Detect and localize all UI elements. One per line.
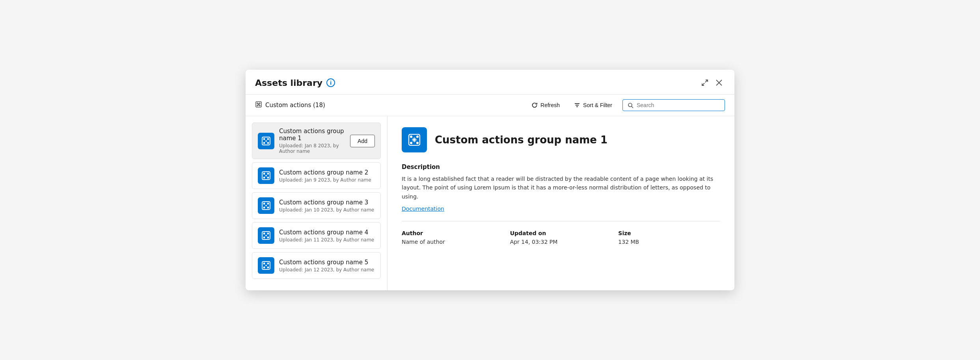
list-item-icon xyxy=(258,197,274,214)
list-item-meta: Uploaded: Jan 12 2023, by Author name xyxy=(279,267,375,273)
svg-point-8 xyxy=(259,105,260,106)
svg-point-20 xyxy=(264,173,265,174)
detail-title: Custom actions group name 1 xyxy=(435,134,607,146)
left-panel: Custom actions group name 1 Uploaded: Ja… xyxy=(246,116,388,290)
svg-line-13 xyxy=(632,106,633,108)
list-item[interactable]: Custom actions group name 4 Uploaded: Ja… xyxy=(252,222,381,249)
list-item-info: Custom actions group name 2 Uploaded: Ja… xyxy=(279,169,375,183)
svg-point-35 xyxy=(264,263,265,264)
author-column: Author Name of author xyxy=(402,230,504,245)
detail-icon xyxy=(402,127,427,152)
list-item-meta: Uploaded: Jan 8 2023, by Author name xyxy=(279,143,350,154)
list-item-info: Custom actions group name 1 Uploaded: Ja… xyxy=(279,128,350,154)
detail-meta-grid: Author Name of author Updated on Apr 14,… xyxy=(402,230,720,245)
svg-point-42 xyxy=(417,136,418,137)
svg-point-21 xyxy=(268,173,269,174)
svg-point-12 xyxy=(628,103,632,107)
dialog-controls xyxy=(699,77,725,89)
toolbar-right: Refresh Sort & Filter xyxy=(527,99,725,111)
list-item-icon xyxy=(258,167,274,184)
svg-point-25 xyxy=(264,203,265,204)
svg-point-26 xyxy=(268,203,269,204)
svg-point-37 xyxy=(264,267,265,268)
dialog-header: Assets library i xyxy=(246,70,734,95)
author-label: Author xyxy=(402,230,504,236)
right-panel: Custom actions group name 1 Description … xyxy=(388,116,734,290)
svg-point-27 xyxy=(264,207,265,208)
documentation-link[interactable]: Documentation xyxy=(402,206,444,212)
list-item-name: Custom actions group name 4 xyxy=(279,229,375,236)
list-item-icon xyxy=(258,257,274,274)
sort-filter-button[interactable]: Sort & Filter xyxy=(570,100,616,111)
size-label: Size xyxy=(618,230,720,236)
svg-point-33 xyxy=(268,237,269,238)
svg-point-41 xyxy=(410,136,412,137)
list-item[interactable]: Custom actions group name 5 Uploaded: Ja… xyxy=(252,252,381,279)
updated-on-value: Apr 14, 03:32 PM xyxy=(510,239,612,245)
svg-point-6 xyxy=(259,103,260,104)
svg-point-30 xyxy=(264,233,265,234)
list-item-name: Custom actions group name 1 xyxy=(279,128,350,142)
svg-point-15 xyxy=(264,138,265,139)
list-item-name: Custom actions group name 5 xyxy=(279,259,375,266)
svg-point-16 xyxy=(268,138,269,139)
list-item[interactable]: Custom actions group name 2 Uploaded: Ja… xyxy=(252,162,381,189)
refresh-label: Refresh xyxy=(540,102,560,108)
list-item-meta: Uploaded: Jan 9 2023, by Author name xyxy=(279,177,375,183)
dialog-title-area: Assets library i xyxy=(255,78,335,88)
info-icon[interactable]: i xyxy=(326,78,335,87)
svg-point-7 xyxy=(257,105,258,106)
list-item-name: Custom actions group name 3 xyxy=(279,199,375,206)
main-content: Custom actions group name 1 Uploaded: Ja… xyxy=(246,116,734,290)
search-icon xyxy=(628,102,633,108)
svg-point-23 xyxy=(268,177,269,178)
svg-point-17 xyxy=(264,142,265,143)
svg-point-28 xyxy=(268,207,269,208)
detail-description-label: Description xyxy=(402,163,720,171)
list-item[interactable]: Custom actions group name 1 Uploaded: Ja… xyxy=(252,122,381,159)
add-button[interactable]: Add xyxy=(350,135,375,147)
detail-header: Custom actions group name 1 xyxy=(402,127,720,152)
svg-point-36 xyxy=(268,263,269,264)
list-item-meta: Uploaded: Jan 11 2023, by Author name xyxy=(279,237,375,243)
svg-point-18 xyxy=(268,142,269,143)
expand-button[interactable] xyxy=(699,77,711,89)
list-item-info: Custom actions group name 3 Uploaded: Ja… xyxy=(279,199,375,213)
toolbar-left: Custom actions (18) xyxy=(255,101,325,109)
detail-description-text: It is a long established fact that a rea… xyxy=(402,174,720,201)
list-item-info: Custom actions group name 5 Uploaded: Ja… xyxy=(279,259,375,273)
list-item-meta: Uploaded: Jan 10 2023, by Author name xyxy=(279,207,375,213)
dialog-title: Assets library xyxy=(255,78,322,88)
search-box[interactable] xyxy=(622,99,725,111)
svg-point-32 xyxy=(264,237,265,238)
updated-on-column: Updated on Apr 14, 03:32 PM xyxy=(510,230,612,245)
list-item-icon xyxy=(258,133,274,149)
svg-point-22 xyxy=(264,177,265,178)
custom-actions-icon xyxy=(255,101,262,109)
detail-divider xyxy=(402,221,720,221)
toolbar: Custom actions (18) Refresh Sort & Filte… xyxy=(246,95,734,116)
section-label: Custom actions (18) xyxy=(265,102,325,109)
list-item-info: Custom actions group name 4 Uploaded: Ja… xyxy=(279,229,375,243)
svg-point-5 xyxy=(257,103,258,104)
list-item[interactable]: Custom actions group name 3 Uploaded: Ja… xyxy=(252,192,381,219)
refresh-button[interactable]: Refresh xyxy=(527,100,564,111)
svg-point-31 xyxy=(268,233,269,234)
list-item-name: Custom actions group name 2 xyxy=(279,169,375,176)
close-button[interactable] xyxy=(713,77,725,89)
sort-filter-label: Sort & Filter xyxy=(583,102,612,108)
search-input[interactable] xyxy=(637,102,720,108)
size-value: 132 MB xyxy=(618,239,720,245)
svg-point-43 xyxy=(410,142,412,144)
updated-on-label: Updated on xyxy=(510,230,612,236)
svg-point-44 xyxy=(417,142,418,144)
author-value: Name of author xyxy=(402,239,504,245)
list-item-icon xyxy=(258,227,274,244)
svg-point-38 xyxy=(268,267,269,268)
assets-library-dialog: Assets library i xyxy=(246,70,734,290)
size-column: Size 132 MB xyxy=(618,230,720,245)
